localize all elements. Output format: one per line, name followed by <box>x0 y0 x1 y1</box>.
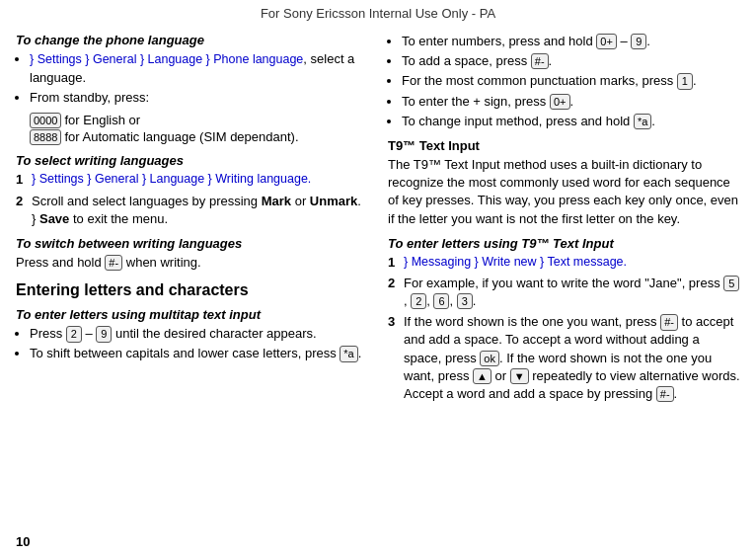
select-writing-steps: 1 } Settings } General } Language } Writ… <box>16 171 368 228</box>
key-0000: 0000 <box>30 113 61 128</box>
bullet-punctuation: For the most common punctuation marks, p… <box>402 72 740 90</box>
left-column: To change the phone language } Settings … <box>16 33 368 411</box>
key-1-punct: 1 <box>677 73 693 89</box>
multitap-bullets: Press 2 – 9 until the desired character … <box>16 325 368 362</box>
section-title-t9-enter: To enter letters using T9™ Text Input <box>388 236 740 251</box>
key-hash-space: #- <box>531 53 549 69</box>
standby-8888: 8888 for Automatic language (SIM dependa… <box>30 129 368 145</box>
step-2-select-writing: 2 Scroll and select languages by pressin… <box>16 193 368 228</box>
section-entering-letters: Entering letters and characters <box>16 281 368 299</box>
step-1-select-writing: 1 } Settings } General } Language } Writ… <box>16 171 368 189</box>
key-0-plus: 0+ <box>550 94 570 110</box>
section-change-phone-language: To change the phone language } Settings … <box>16 33 368 145</box>
bullet-add-space: To add a space, press #-. <box>402 52 740 70</box>
t9-steps: 1 } Messaging } Write new } Text message… <box>388 254 740 404</box>
key-9-numbers: 9 <box>631 34 646 49</box>
t9-step-2: 2 For example, if you want to write the … <box>388 275 740 310</box>
key-0-numbers: 0+ <box>596 34 617 49</box>
section-switch-writing-languages: To switch between writing languages Pres… <box>16 236 368 272</box>
section-enter-numbers: To enter numbers, press and hold 0+ – 9.… <box>388 33 740 130</box>
multitap-bullet-2: To shift between capitals and lower case… <box>30 345 368 362</box>
bullet-enter-numbers: To enter numbers, press and hold 0+ – 9. <box>402 33 740 50</box>
section-t9-text-input: T9™ Text Input The T9™ Text Input method… <box>388 138 740 228</box>
switch-writing-body: Press and hold #- when writing. <box>16 254 368 272</box>
menu-path-writing-language: } Settings } General } Language } Writin… <box>32 171 311 189</box>
t9-step-1: 1 } Messaging } Write new } Text message… <box>388 254 740 272</box>
bullet-menu-path: } Settings } General } Language } Phone … <box>30 50 368 87</box>
change-phone-language-bullets: } Settings } General } Language } Phone … <box>16 50 368 107</box>
t9-subtitle: T9™ Text Input <box>388 138 740 153</box>
standby-0000: 0000 for English or <box>30 113 368 128</box>
text-for-automatic: for Automatic language (SIM dependant). <box>64 129 298 144</box>
menu-path-phone-language: } Settings } General } Language } Phone … <box>30 52 303 66</box>
key-hash-switch: #- <box>105 255 122 271</box>
key-star-multitap: *a <box>340 346 357 361</box>
key-ok-t9: ok <box>480 351 499 366</box>
big-title-entering-letters: Entering letters and characters <box>16 281 368 299</box>
key-up-t9: ▲ <box>473 368 491 384</box>
key-2-jane: 2 <box>411 293 426 309</box>
enter-numbers-bullets: To enter numbers, press and hold 0+ – 9.… <box>388 33 740 130</box>
key-hash-accept: #- <box>660 314 678 330</box>
key-star-input: *a <box>634 114 651 129</box>
key-3-jane: 3 <box>457 293 473 309</box>
key-9-multitap: 9 <box>96 326 112 342</box>
bullet-from-standby: From standby, press: <box>30 89 368 107</box>
section-enter-t9: To enter letters using T9™ Text Input 1 … <box>388 236 740 404</box>
bullet-change-input: To change input method, press and hold *… <box>402 113 740 130</box>
standby-options: 0000 for English or 8888 for Automatic l… <box>16 113 368 146</box>
key-2-multitap: 2 <box>66 326 82 342</box>
key-down-t9: ▼ <box>510 368 529 384</box>
bullet-plus-sign: To enter the + sign, press 0+. <box>402 93 740 111</box>
section-title-select-writing: To select writing languages <box>16 153 368 168</box>
top-bar: For Sony Ericsson Internal Use Only - PA <box>0 0 756 25</box>
section-select-writing-languages: To select writing languages 1 } Settings… <box>16 153 368 228</box>
section-title-multitap: To enter letters using multitap text inp… <box>16 307 368 322</box>
right-column: To enter numbers, press and hold 0+ – 9.… <box>388 33 740 411</box>
key-8888: 8888 <box>30 129 61 145</box>
section-title-change-phone-language: To change the phone language <box>16 33 368 47</box>
section-title-switch-writing: To switch between writing languages <box>16 236 368 251</box>
multitap-bullet-1: Press 2 – 9 until the desired character … <box>30 325 368 343</box>
key-hash-t9-final: #- <box>656 386 674 402</box>
page-number: 10 <box>16 534 30 549</box>
menu-path-t9: } Messaging } Write new } Text message. <box>404 254 627 272</box>
header-title: For Sony Ericsson Internal Use Only - PA <box>261 6 495 21</box>
t9-body: The T9™ Text Input method uses a built-i… <box>388 156 740 228</box>
section-multitap: To enter letters using multitap text inp… <box>16 307 368 362</box>
t9-step-3: 3 If the word shown is the one you want,… <box>388 313 740 403</box>
text-for-english: for English or <box>64 113 140 127</box>
key-6-jane: 6 <box>433 293 449 309</box>
key-5-jane: 5 <box>723 276 739 291</box>
